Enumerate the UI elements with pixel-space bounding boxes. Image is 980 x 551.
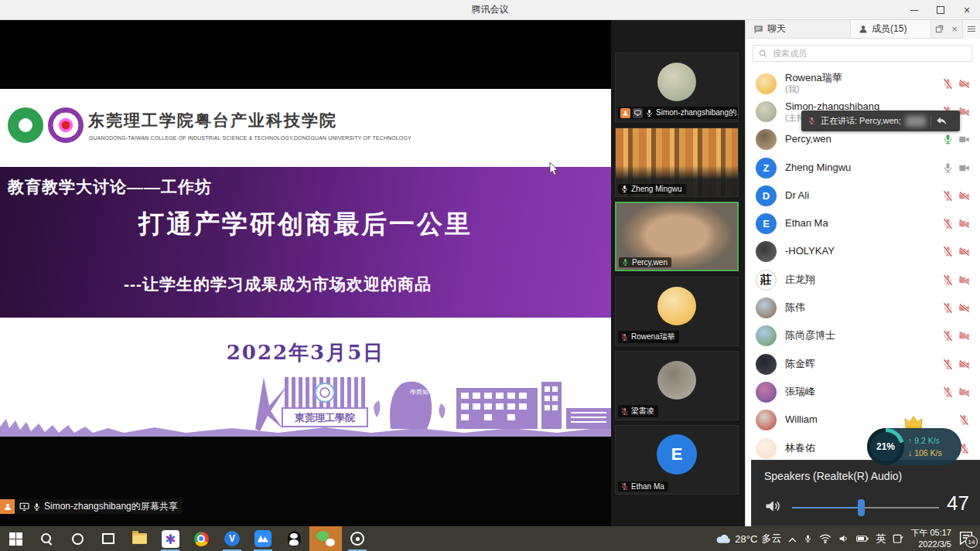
volume-slider-handle[interactable] <box>858 499 865 516</box>
upload-rate: ↑ 9.2 K/s <box>908 434 942 447</box>
close-button[interactable]: × <box>954 0 980 20</box>
mic-muted-icon[interactable] <box>942 330 954 342</box>
tray-language-indicator[interactable]: 英 <box>876 532 886 546</box>
mic-muted-icon[interactable] <box>942 246 954 257</box>
camera-off-icon[interactable] <box>958 78 970 90</box>
member-row[interactable]: 陈尚彦博士 <box>746 322 980 350</box>
taskbar-search-button[interactable] <box>31 526 62 551</box>
cortana-button[interactable] <box>62 526 93 551</box>
video-tile-name: Simon-zhangshibang的… <box>656 107 739 118</box>
folder-icon <box>132 533 147 544</box>
college-logo-green-icon <box>8 107 43 143</box>
tray-wifi-icon[interactable] <box>819 534 831 543</box>
mic-speaking-icon[interactable] <box>942 134 954 145</box>
restore-button[interactable] <box>927 0 954 20</box>
tray-mic-icon[interactable] <box>804 533 812 544</box>
mic-muted-icon <box>620 333 629 342</box>
member-row[interactable]: -HOLYKAY <box>746 238 980 266</box>
reply-arrow-icon[interactable] <box>936 117 947 126</box>
video-tile[interactable]: 梁書凌 <box>615 351 739 420</box>
v-app-button[interactable] <box>217 526 248 551</box>
qq-button[interactable] <box>278 526 309 551</box>
slide-lower: 2022年3月5日 <box>0 318 611 437</box>
camera-off-icon[interactable] <box>958 274 970 286</box>
tab-members[interactable]: 成员(15) <box>850 20 931 38</box>
mic-muted-icon[interactable] <box>942 274 954 286</box>
members-panel: 聊天 成员(15) × Rowena瑞華(我)Simon-zh <box>745 20 980 526</box>
mic-muted-icon[interactable] <box>958 414 970 426</box>
member-row[interactable]: 陈金晖 <box>746 350 980 378</box>
search-icon <box>759 49 767 58</box>
tab-members-label: 成员(15) <box>872 22 907 36</box>
video-tile[interactable]: Percy,wen <box>615 202 739 271</box>
member-search-input[interactable] <box>771 48 966 59</box>
tray-battery-icon[interactable] <box>856 535 869 542</box>
camera-off-icon[interactable] <box>958 246 970 257</box>
tray-expand-chevron[interactable] <box>788 537 797 542</box>
wechat-button[interactable] <box>309 526 342 551</box>
tray-clock[interactable]: 下午 05:17 2022/3/5 <box>910 527 951 550</box>
member-row[interactable]: ZZheng Mingwu <box>746 154 980 182</box>
camera-on-icon[interactable] <box>958 162 970 174</box>
participant-avatar <box>657 361 696 400</box>
recorder-app-button[interactable] <box>342 526 373 551</box>
file-explorer-button[interactable] <box>124 526 155 551</box>
member-search[interactable] <box>753 45 972 62</box>
member-row[interactable]: Rowena瑞華(我) <box>746 70 980 97</box>
minimize-button[interactable] <box>901 0 927 20</box>
task-view-button[interactable] <box>93 526 124 551</box>
video-tile[interactable]: EEthan Ma <box>615 425 739 495</box>
member-row[interactable]: 陈伟 <box>746 294 980 321</box>
member-name: Zheng Mingwu <box>785 162 934 174</box>
tray-volume-icon[interactable] <box>838 534 849 543</box>
camera-off-icon[interactable] <box>958 190 970 202</box>
member-avatar: E <box>756 213 777 234</box>
college-name-en: GUANGDONG-TAIWAN COLLEGE OF INDUSTRIAL S… <box>89 135 411 141</box>
camera-off-icon[interactable] <box>958 302 970 314</box>
mic-on-icon[interactable] <box>942 162 954 174</box>
tray-date-value: 2022/3/5 <box>910 539 951 550</box>
weather-widget[interactable]: 28°C 多云 <box>715 532 781 546</box>
mic-muted-icon[interactable] <box>942 218 954 230</box>
camera-off-icon[interactable] <box>958 359 970 370</box>
meeting-blue-app-button[interactable] <box>248 526 278 551</box>
video-tile[interactable]: Rowena瑞華 <box>615 277 739 346</box>
tab-chat[interactable]: 聊天 <box>746 20 850 38</box>
action-center-button[interactable]: 14 <box>958 531 975 546</box>
camera-off-icon[interactable] <box>958 106 970 117</box>
camera-off-icon[interactable] <box>958 330 970 342</box>
panel-menu-button[interactable] <box>962 20 980 39</box>
video-tile[interactable]: Simon-zhangshibang的… <box>615 53 739 122</box>
member-row[interactable]: EEthan Ma <box>746 209 980 237</box>
member-avatar <box>756 410 777 430</box>
volume-slider[interactable] <box>792 507 939 508</box>
mic-muted-icon[interactable] <box>942 302 954 314</box>
close-panel-button[interactable]: × <box>947 20 962 39</box>
campus-illustration: 東莞理工學院 學而知不足 <box>0 371 611 437</box>
cortana-icon <box>72 533 84 545</box>
mic-muted-icon[interactable] <box>942 190 954 202</box>
popout-panel-button[interactable] <box>931 20 947 39</box>
speaker-icon[interactable] <box>764 498 781 517</box>
mic-muted-icon[interactable] <box>942 386 954 398</box>
camera-off-icon[interactable] <box>958 386 970 398</box>
member-row[interactable]: 莊庄龙翔 <box>746 266 980 294</box>
start-button[interactable] <box>0 526 31 551</box>
video-tile-label: 梁書凌 <box>618 405 658 417</box>
screen: 腾讯会议 × 东莞理工学院粤台产业科技学院 GUANGDONG-TAIWAN C… <box>0 0 980 551</box>
member-name: Percy,wen <box>785 134 934 145</box>
chrome-button[interactable] <box>186 526 217 551</box>
mic-muted-icon[interactable] <box>942 78 954 90</box>
tencent-meeting-app-button[interactable] <box>155 526 186 551</box>
member-avatar <box>756 325 777 346</box>
panel-tabbar: 聊天 成员(15) × <box>746 20 980 39</box>
member-row[interactable]: DDr Ali <box>746 182 980 209</box>
qq-penguin-icon <box>288 531 301 546</box>
camera-on-icon[interactable] <box>958 134 970 145</box>
video-tile[interactable]: Zheng Mingwu <box>615 128 739 197</box>
camera-off-icon[interactable] <box>958 218 970 230</box>
touch-keyboard-icon[interactable] <box>893 534 903 544</box>
mic-muted-icon[interactable] <box>942 359 954 370</box>
member-row[interactable]: 張瑞峰 <box>746 378 980 406</box>
speaking-toast-text: 正在讲话: Percy,wen; <box>821 115 901 127</box>
